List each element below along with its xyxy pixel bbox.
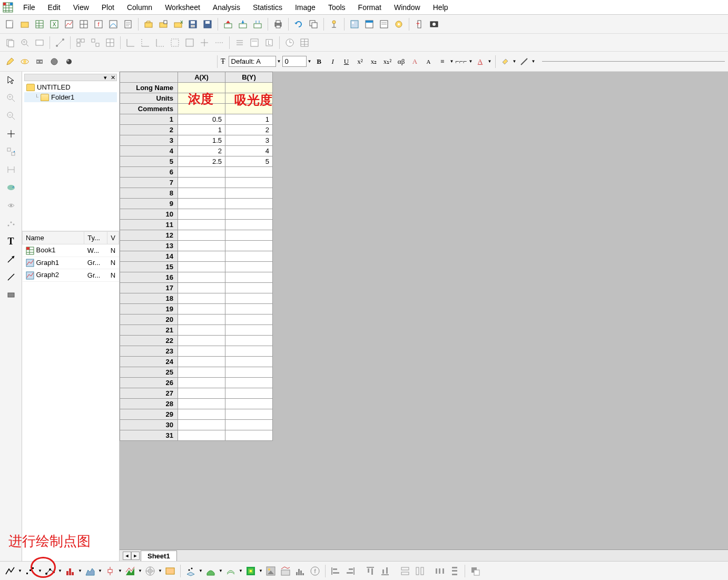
cell[interactable] — [225, 378, 273, 388]
row-header[interactable]: 23 — [120, 346, 178, 357]
row-header[interactable]: 25 — [120, 367, 178, 378]
slideshow-icon[interactable] — [427, 17, 441, 31]
box-plot-icon[interactable] — [103, 564, 117, 578]
menu-image[interactable]: Image — [289, 1, 322, 14]
dropdown-icon[interactable]: ▼ — [118, 568, 122, 573]
rescale-icon[interactable] — [53, 36, 67, 50]
cell[interactable] — [178, 346, 225, 357]
tools-icon[interactable] — [392, 17, 406, 31]
decrease-font-button[interactable]: A — [422, 55, 435, 68]
cell[interactable] — [178, 430, 225, 441]
cell[interactable] — [178, 388, 225, 399]
cell[interactable] — [225, 262, 273, 272]
dropdown-icon[interactable]: ▼ — [138, 568, 142, 573]
3d-rotation-icon[interactable] — [18, 55, 32, 68]
cell[interactable] — [225, 304, 273, 314]
cell[interactable] — [178, 241, 225, 251]
cell[interactable]: 2 — [178, 146, 225, 156]
menu-worksheet[interactable]: Worksheet — [159, 1, 206, 14]
cell[interactable] — [178, 167, 225, 178]
tree-folder[interactable]: └ Folder1 — [24, 92, 117, 102]
cell[interactable] — [178, 251, 225, 262]
light-icon[interactable] — [62, 55, 76, 68]
col-header-B[interactable]: B(Y) — [225, 72, 273, 83]
data-reader-tool-icon[interactable] — [5, 145, 17, 158]
line-symbol-plot-icon[interactable] — [43, 564, 57, 578]
cell[interactable] — [178, 188, 225, 199]
row-header[interactable]: 30 — [120, 420, 178, 430]
panel-dropdown-icon[interactable]: ▾ — [104, 74, 107, 81]
region-tool-icon[interactable] — [5, 199, 17, 212]
mask-icon[interactable] — [33, 55, 46, 68]
cell[interactable] — [225, 420, 273, 430]
zoom-in-tool-icon[interactable]: + — [5, 92, 17, 104]
new-2d-function-icon[interactable] — [106, 17, 120, 31]
cell[interactable] — [225, 83, 273, 93]
menu-view[interactable]: View — [67, 1, 95, 14]
cell[interactable]: 2.5 — [178, 156, 225, 167]
row-header[interactable]: 22 — [120, 336, 178, 346]
meta-units[interactable]: Units — [120, 93, 178, 104]
cell[interactable] — [178, 283, 225, 293]
row-header[interactable]: 20 — [120, 314, 178, 325]
dropdown-icon[interactable]: ▼ — [239, 568, 243, 573]
legend-box-icon[interactable] — [248, 36, 261, 50]
row-header[interactable]: 14 — [120, 251, 178, 262]
axis-scale-icon[interactable] — [124, 36, 137, 50]
meta-longname[interactable]: Long Name — [120, 83, 178, 93]
row-header[interactable]: 16 — [120, 272, 178, 283]
row-header[interactable]: 11 — [120, 220, 178, 230]
new-legend-icon[interactable]: L — [262, 36, 276, 50]
cell[interactable]: 3 — [225, 135, 273, 146]
increase-font-button[interactable]: A — [409, 55, 421, 68]
align-left-icon[interactable] — [329, 564, 342, 578]
font-color-button[interactable]: A — [474, 55, 487, 68]
cell[interactable] — [225, 367, 273, 378]
align-button[interactable]: ≡ — [436, 55, 449, 68]
list-item[interactable]: Book1 W... N — [23, 244, 119, 257]
cell[interactable]: 1 — [225, 114, 273, 125]
axis-scale2-icon[interactable] — [139, 36, 152, 50]
menu-tools[interactable]: Tools — [322, 1, 352, 14]
dropdown-icon[interactable]: ▼ — [532, 59, 536, 64]
row-header[interactable]: 27 — [120, 388, 178, 399]
row-header[interactable]: 26 — [120, 378, 178, 388]
new-notes-icon[interactable] — [121, 17, 135, 31]
cell[interactable]: 1 — [178, 125, 225, 135]
menu-file[interactable]: File — [17, 1, 42, 14]
list-item[interactable]: Graph2 Gr... N — [23, 269, 119, 282]
tree-root[interactable]: UNTITLED — [24, 82, 117, 92]
dropdown-icon[interactable]: ▼ — [58, 568, 62, 573]
area-plot-icon[interactable] — [83, 564, 97, 578]
row-header[interactable]: 5 — [120, 156, 178, 167]
cell[interactable] — [225, 209, 273, 220]
cell[interactable] — [225, 167, 273, 178]
text-tool-icon[interactable]: T — [5, 235, 17, 248]
line-style-button[interactable]: ⌐⌐⌐ — [455, 55, 468, 68]
stock-plot-icon[interactable] — [123, 564, 137, 578]
screen-reader-tool-icon[interactable] — [5, 127, 17, 140]
row-header[interactable]: 12 — [120, 230, 178, 241]
cell[interactable] — [225, 409, 273, 420]
worksheet-table[interactable]: A(X) B(Y) Long Name Units Comments 10.51… — [120, 72, 273, 441]
template-plot-icon[interactable] — [163, 564, 177, 578]
arrow-tool-icon[interactable] — [5, 253, 17, 266]
row-header[interactable]: 1 — [120, 114, 178, 125]
zoom-in-icon[interactable]: + — [18, 36, 32, 50]
row-header[interactable]: 29 — [120, 409, 178, 420]
cell[interactable] — [225, 230, 273, 241]
cell[interactable] — [178, 209, 225, 220]
cell[interactable] — [178, 367, 225, 378]
row-header[interactable]: 6 — [120, 167, 178, 178]
extract-graphs-icon[interactable] — [88, 36, 102, 50]
cell[interactable] — [225, 283, 273, 293]
new-graph-icon[interactable] — [62, 17, 76, 31]
row-header[interactable]: 3 — [120, 135, 178, 146]
row-header[interactable]: 18 — [120, 293, 178, 304]
align-right-icon[interactable] — [343, 564, 357, 578]
project-explorer-icon[interactable] — [348, 17, 361, 31]
row-header[interactable]: 28 — [120, 399, 178, 409]
menu-window[interactable]: Window — [388, 1, 427, 14]
dropdown-icon[interactable]: ▼ — [199, 568, 203, 573]
bold-button[interactable]: B — [313, 55, 326, 68]
